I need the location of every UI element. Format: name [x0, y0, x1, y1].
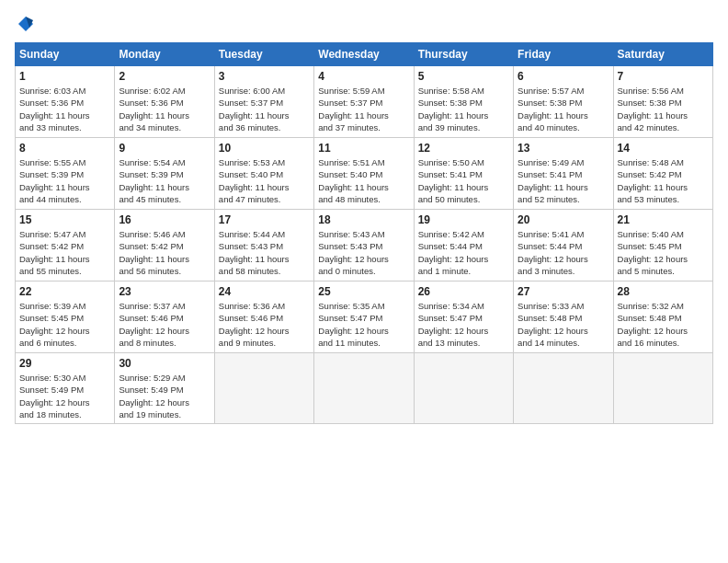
cell-content: Sunrise: 5:51 AMSunset: 5:40 PMDaylight:…: [318, 156, 409, 205]
day-number: 27: [518, 285, 609, 298]
cell-content: Sunrise: 5:43 AMSunset: 5:43 PMDaylight:…: [318, 228, 409, 277]
cell-content: Sunrise: 5:57 AMSunset: 5:38 PMDaylight:…: [518, 85, 609, 133]
cell-content: Sunrise: 5:56 AMSunset: 5:38 PMDaylight:…: [618, 85, 709, 133]
calendar-cell: [613, 353, 712, 424]
day-number: 7: [618, 70, 709, 83]
cell-content: Sunrise: 5:54 AMSunset: 5:39 PMDaylight:…: [119, 156, 210, 205]
day-header-saturday: Saturday: [613, 43, 712, 66]
calendar-cell: 23Sunrise: 5:37 AMSunset: 5:46 PMDayligh…: [115, 282, 214, 353]
calendar-cell: 8Sunrise: 5:55 AMSunset: 5:39 PMDaylight…: [16, 138, 115, 210]
day-number: 12: [418, 142, 509, 155]
calendar-week-row: 8Sunrise: 5:55 AMSunset: 5:39 PMDaylight…: [16, 138, 713, 210]
calendar-cell: 1Sunrise: 6:03 AMSunset: 5:36 PMDaylight…: [16, 66, 115, 138]
day-number: 14: [618, 142, 709, 155]
calendar-cell: 28Sunrise: 5:32 AMSunset: 5:48 PMDayligh…: [613, 282, 712, 353]
cell-content: Sunrise: 5:33 AMSunset: 5:48 PMDaylight:…: [518, 300, 609, 349]
cell-content: Sunrise: 5:49 AMSunset: 5:41 PMDaylight:…: [518, 156, 609, 205]
day-number: 24: [219, 285, 310, 298]
calendar-cell: 27Sunrise: 5:33 AMSunset: 5:48 PMDayligh…: [514, 282, 613, 353]
cell-content: Sunrise: 5:44 AMSunset: 5:43 PMDaylight:…: [219, 228, 310, 277]
calendar-cell: 20Sunrise: 5:41 AMSunset: 5:44 PMDayligh…: [514, 210, 613, 282]
day-number: 4: [318, 70, 409, 83]
calendar-cell: 18Sunrise: 5:43 AMSunset: 5:43 PMDayligh…: [314, 210, 414, 282]
calendar-cell: 14Sunrise: 5:48 AMSunset: 5:42 PMDayligh…: [613, 138, 712, 210]
calendar-cell: 16Sunrise: 5:46 AMSunset: 5:42 PMDayligh…: [115, 210, 214, 282]
calendar-week-row: 1Sunrise: 6:03 AMSunset: 5:36 PMDaylight…: [16, 66, 713, 138]
day-header-wednesday: Wednesday: [314, 43, 414, 66]
calendar-cell: 4Sunrise: 5:59 AMSunset: 5:37 PMDaylight…: [314, 66, 414, 138]
cell-content: Sunrise: 5:46 AMSunset: 5:42 PMDaylight:…: [119, 228, 210, 277]
calendar-cell: 13Sunrise: 5:49 AMSunset: 5:41 PMDayligh…: [514, 138, 613, 210]
calendar-cell: 26Sunrise: 5:34 AMSunset: 5:47 PMDayligh…: [414, 282, 513, 353]
cell-content: Sunrise: 5:37 AMSunset: 5:46 PMDaylight:…: [119, 300, 210, 349]
day-number: 1: [19, 70, 110, 83]
cell-content: Sunrise: 6:03 AMSunset: 5:36 PMDaylight:…: [19, 85, 110, 133]
day-number: 13: [518, 142, 609, 155]
day-number: 21: [618, 213, 709, 226]
cell-content: Sunrise: 5:29 AMSunset: 5:49 PMDaylight:…: [119, 372, 210, 420]
calendar-cell: 17Sunrise: 5:44 AMSunset: 5:43 PMDayligh…: [214, 210, 313, 282]
calendar-cell: 19Sunrise: 5:42 AMSunset: 5:44 PMDayligh…: [414, 210, 513, 282]
calendar-week-row: 29Sunrise: 5:30 AMSunset: 5:49 PMDayligh…: [16, 353, 713, 424]
day-number: 26: [418, 285, 509, 298]
day-header-thursday: Thursday: [414, 43, 513, 66]
day-number: 6: [518, 70, 609, 83]
day-number: 20: [518, 213, 609, 226]
cell-content: Sunrise: 5:41 AMSunset: 5:44 PMDaylight:…: [518, 228, 609, 277]
day-number: 22: [19, 285, 110, 298]
day-number: 2: [119, 70, 210, 83]
day-number: 28: [618, 285, 709, 298]
day-number: 29: [19, 357, 110, 370]
cell-content: Sunrise: 5:36 AMSunset: 5:46 PMDaylight:…: [219, 300, 310, 349]
calendar-cell: 24Sunrise: 5:36 AMSunset: 5:46 PMDayligh…: [214, 282, 313, 353]
day-number: 25: [318, 285, 409, 298]
day-number: 23: [119, 285, 210, 298]
cell-content: Sunrise: 5:48 AMSunset: 5:42 PMDaylight:…: [618, 156, 709, 205]
calendar-header-row: SundayMondayTuesdayWednesdayThursdayFrid…: [16, 43, 713, 66]
day-number: 9: [119, 142, 210, 155]
calendar-cell: 10Sunrise: 5:53 AMSunset: 5:40 PMDayligh…: [214, 138, 313, 210]
calendar-cell: 12Sunrise: 5:50 AMSunset: 5:41 PMDayligh…: [414, 138, 513, 210]
calendar-table: SundayMondayTuesdayWednesdayThursdayFrid…: [15, 42, 713, 424]
day-number: 8: [19, 142, 110, 155]
day-number: 15: [19, 213, 110, 226]
cell-content: Sunrise: 5:50 AMSunset: 5:41 PMDaylight:…: [418, 156, 509, 205]
day-number: 10: [219, 142, 310, 155]
calendar-cell: 9Sunrise: 5:54 AMSunset: 5:39 PMDaylight…: [115, 138, 214, 210]
day-number: 18: [318, 213, 409, 226]
calendar-cell: [414, 353, 513, 424]
day-header-tuesday: Tuesday: [214, 43, 313, 66]
day-number: 16: [119, 213, 210, 226]
day-number: 5: [418, 70, 509, 83]
calendar-cell: 21Sunrise: 5:40 AMSunset: 5:45 PMDayligh…: [613, 210, 712, 282]
cell-content: Sunrise: 5:47 AMSunset: 5:42 PMDaylight:…: [19, 228, 110, 277]
cell-content: Sunrise: 5:30 AMSunset: 5:49 PMDaylight:…: [19, 372, 110, 420]
cell-content: Sunrise: 5:35 AMSunset: 5:47 PMDaylight:…: [318, 300, 409, 349]
calendar-week-row: 22Sunrise: 5:39 AMSunset: 5:45 PMDayligh…: [16, 282, 713, 353]
day-header-sunday: Sunday: [16, 43, 115, 66]
day-header-friday: Friday: [514, 43, 613, 66]
calendar-cell: 6Sunrise: 5:57 AMSunset: 5:38 PMDaylight…: [514, 66, 613, 138]
cell-content: Sunrise: 5:40 AMSunset: 5:45 PMDaylight:…: [618, 228, 709, 277]
page: SundayMondayTuesdayWednesdayThursdayFrid…: [0, 0, 728, 563]
day-number: 19: [418, 213, 509, 226]
calendar-cell: 22Sunrise: 5:39 AMSunset: 5:45 PMDayligh…: [16, 282, 115, 353]
cell-content: Sunrise: 5:58 AMSunset: 5:38 PMDaylight:…: [418, 85, 509, 133]
calendar-cell: 30Sunrise: 5:29 AMSunset: 5:49 PMDayligh…: [115, 353, 214, 424]
day-header-monday: Monday: [115, 43, 214, 66]
cell-content: Sunrise: 5:34 AMSunset: 5:47 PMDaylight:…: [418, 300, 509, 349]
cell-content: Sunrise: 6:02 AMSunset: 5:36 PMDaylight:…: [119, 85, 210, 133]
calendar-cell: [514, 353, 613, 424]
calendar-cell: [214, 353, 313, 424]
calendar-cell: [314, 353, 414, 424]
cell-content: Sunrise: 5:39 AMSunset: 5:45 PMDaylight:…: [19, 300, 110, 349]
day-number: 11: [318, 142, 409, 155]
calendar-cell: 15Sunrise: 5:47 AMSunset: 5:42 PMDayligh…: [16, 210, 115, 282]
cell-content: Sunrise: 5:55 AMSunset: 5:39 PMDaylight:…: [19, 156, 110, 205]
cell-content: Sunrise: 5:53 AMSunset: 5:40 PMDaylight:…: [219, 156, 310, 205]
header: [15, 15, 713, 33]
cell-content: Sunrise: 5:32 AMSunset: 5:48 PMDaylight:…: [618, 300, 709, 349]
cell-content: Sunrise: 6:00 AMSunset: 5:37 PMDaylight:…: [219, 85, 310, 133]
day-number: 17: [219, 213, 310, 226]
calendar-cell: 3Sunrise: 6:00 AMSunset: 5:37 PMDaylight…: [214, 66, 313, 138]
